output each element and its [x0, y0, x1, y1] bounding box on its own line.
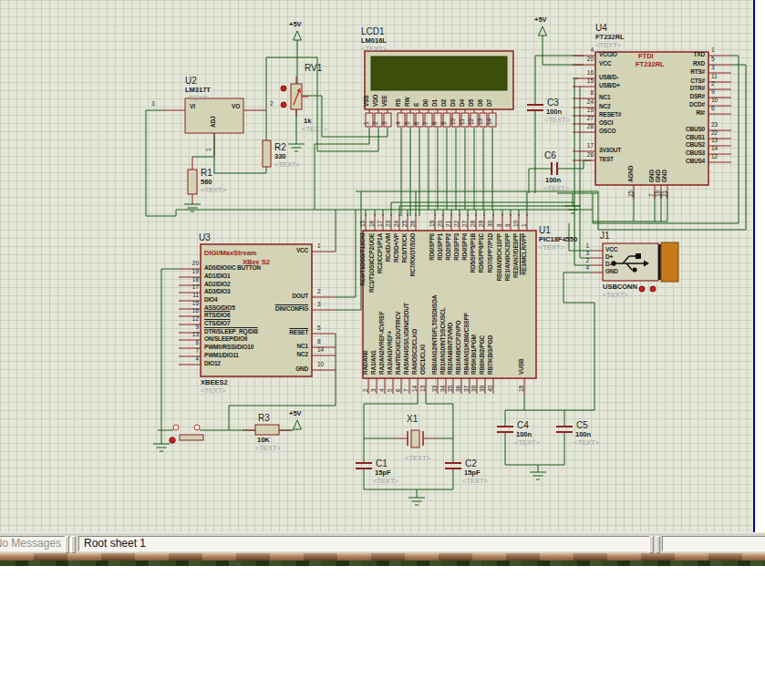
label: OSCI — [599, 120, 613, 127]
label: 100n — [516, 431, 532, 438]
label: <TEXT> — [373, 478, 398, 485]
power-label: +5V — [534, 16, 547, 24]
label: AGND — [628, 146, 635, 182]
label: 14 — [412, 380, 419, 392]
label: 38 — [471, 380, 478, 392]
label: PWM1/DIO11 — [204, 353, 239, 359]
label: 8 — [497, 215, 503, 227]
label: RB7/KBI3/PGD — [488, 240, 494, 375]
label: E — [414, 70, 420, 107]
label: 1 — [578, 243, 589, 250]
label: RTS# — [636, 69, 705, 76]
label: C5 — [576, 421, 588, 430]
label: DOUT — [239, 293, 308, 300]
label: D- — [605, 262, 611, 268]
label: 9 — [181, 324, 199, 331]
label: OSC1/CLKI — [420, 240, 427, 375]
label: 4 — [379, 380, 386, 392]
statusbar-grip — [65, 536, 69, 553]
label: 26 — [575, 152, 594, 159]
label: ON/SLEEP/DIO9 — [204, 336, 247, 343]
sheet-name-text: Root sheet 1 — [84, 537, 146, 550]
label: 6 — [181, 340, 199, 346]
label: 15pF — [375, 469, 391, 477]
label: 24 — [575, 99, 594, 106]
label: AD2/DIO2 — [204, 282, 230, 288]
label: 18 — [181, 277, 199, 283]
label: NC2 — [599, 104, 610, 110]
label: 2 — [373, 114, 379, 125]
label: 5 — [711, 57, 715, 63]
label: 39 — [480, 380, 486, 392]
label: LM317T — [185, 87, 211, 94]
label: TXD — [636, 52, 705, 58]
label: 15 — [575, 78, 594, 85]
label: D6 — [478, 70, 484, 107]
label: <TEXT> — [405, 455, 430, 462]
label: 5 — [405, 114, 411, 125]
label: 2 — [711, 81, 715, 88]
label: 11 — [711, 74, 718, 80]
label: 15 — [181, 301, 199, 307]
label: 20 — [575, 57, 594, 63]
sheet-name-panel[interactable]: Root sheet 1 — [78, 536, 650, 551]
label: 1 — [317, 243, 321, 250]
label: C1 — [376, 459, 388, 468]
label: VCC — [239, 248, 308, 254]
label: 12 — [469, 114, 475, 125]
label: VSS — [364, 70, 370, 107]
label: 17 — [575, 143, 594, 149]
label: D1 — [432, 70, 439, 107]
label: RXD — [636, 61, 705, 67]
label: RA0/AN0 — [363, 240, 369, 375]
label: RA4/T0CKI/C1OUT/RCV — [396, 240, 402, 375]
statusbar-grip — [71, 536, 76, 553]
label: RI# — [636, 110, 705, 117]
label: 19 — [575, 108, 594, 114]
label: C3 — [547, 98, 559, 108]
label: 3 — [371, 380, 377, 392]
statusbar-grip — [656, 536, 660, 553]
label: 4 — [396, 114, 402, 125]
label: RB0/AN12/INT0/FLT0/SDI/SDA — [432, 240, 439, 375]
label: AD1/DIO1 — [204, 273, 230, 280]
label: <TEXT> — [201, 187, 226, 194]
schematic-canvas[interactable]: U2LM317T<TEXT>VIVOADJ321R1560<TEXT>R2330… — [0, 0, 754, 532]
label: <TEXT> — [255, 445, 281, 452]
label: D0 — [423, 70, 429, 107]
label: 19 — [181, 269, 199, 275]
label: <TEXT> — [574, 439, 599, 447]
label: 36 — [456, 380, 462, 392]
label: RESET# — [599, 112, 621, 118]
label: RE0/AN5/CK1SPP — [497, 233, 503, 310]
label: <TEXT> — [603, 292, 628, 299]
label: 27 — [575, 116, 594, 122]
label: D3 — [450, 70, 457, 107]
label: CBUS4 — [636, 159, 705, 165]
label: 8 — [575, 90, 594, 97]
label: 100n — [546, 108, 562, 116]
label: 6 — [396, 380, 402, 392]
label: 13 — [420, 380, 427, 392]
label: 7 — [423, 114, 429, 125]
label: 8 — [432, 114, 439, 125]
label: RA1/AN1 — [371, 240, 377, 375]
label: 6 — [711, 106, 715, 112]
label: OSCO — [599, 129, 615, 135]
label: 3 — [711, 65, 715, 71]
label: 20 — [438, 215, 444, 227]
label: 23 — [386, 215, 392, 227]
label: RA3/AN3/VREF+ — [388, 240, 394, 375]
ref-U1: U1 — [539, 226, 551, 235]
label: 30 — [488, 215, 494, 227]
label: 4 — [578, 265, 589, 272]
label: 14 — [487, 114, 493, 125]
label: 1 — [364, 114, 370, 125]
label: USB/D- — [599, 75, 618, 81]
label: 35 — [448, 380, 454, 392]
label: RW — [405, 70, 411, 107]
label: R1 — [201, 169, 212, 178]
label: 17 — [181, 284, 199, 291]
label: <TEXT> — [543, 185, 569, 192]
label: 16 — [369, 215, 376, 227]
